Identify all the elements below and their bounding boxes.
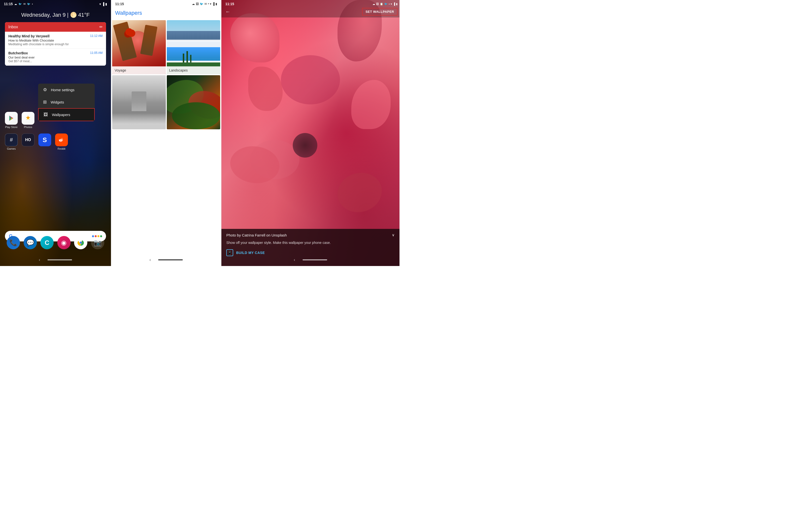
time-display: 11:15: [4, 2, 13, 6]
sender-1: Healthy Mind by Verywell: [8, 34, 50, 38]
spiral-icon: ◉: [61, 239, 67, 247]
play-store-icon: [5, 112, 18, 125]
subject-1: How to Meditate With Chocolate: [8, 39, 103, 42]
shazam-icon: S: [38, 133, 51, 146]
panel-wallpaper-detail: 11:15 ☁ 🖼 📋 🐦 • ▾ ▐ ▮ ← SET WALLPAPER: [221, 0, 400, 266]
home-indicator: [48, 259, 72, 260]
gmail-widget[interactable]: Inbox ✏ Healthy Mind by Verywell 11:12 A…: [5, 22, 106, 65]
time-panel2: 11:15: [115, 2, 124, 6]
dock-chrome[interactable]: [74, 236, 87, 249]
menu-item-wallpapers[interactable]: 🖼 Wallpapers: [38, 108, 95, 121]
preview-1: Meditating with chocolate is simple enou…: [8, 42, 103, 46]
wifi-icon: ▾: [99, 2, 101, 6]
dot-icon-p2: •: [208, 2, 209, 6]
reddit-label: Reddit: [58, 147, 66, 150]
menu-item-widgets[interactable]: ⊞ Widgets: [38, 96, 95, 108]
app-games[interactable]: # Games: [5, 133, 18, 150]
cloud-icon-p3: ☁: [372, 2, 375, 6]
status-bar-left: 11:15 ☁ 🐦 ✉ 🐦 •: [4, 2, 33, 6]
edit-icon: ✏: [99, 24, 103, 29]
battery-icon-p3: ▮: [396, 2, 397, 6]
status-bar-panel2: 11:15 ☁ 🖼 🐦 ✉ • ▾ ▐ ▮: [111, 0, 221, 7]
phone-icon: 📞: [10, 239, 17, 247]
wallpaper-sketch[interactable]: [112, 75, 166, 129]
svg-point-7: [80, 242, 82, 244]
wallpaper-detail-header: 11:15 ☁ 🖼 📋 🐦 • ▾ ▐ ▮ ← SET WALLPAPER: [221, 0, 400, 17]
bottom-dock: 📞 💬 C ◉ 📷: [0, 234, 111, 251]
wallpaper-description: Show off your wallpaper style. Make this…: [226, 240, 395, 245]
twitter-icon-p3: 🐦: [384, 2, 388, 6]
email-item-1[interactable]: Healthy Mind by Verywell 11:12 AM How to…: [5, 32, 106, 49]
app-photos[interactable]: Photos: [22, 112, 34, 129]
twitter-icon-1: 🐦: [18, 2, 22, 6]
reddit-icon: [55, 133, 68, 146]
mail-icon-p2: ✉: [204, 2, 207, 6]
ho-icon: HO: [22, 133, 34, 146]
sender-2: ButcherBox: [8, 51, 28, 55]
image-icon-p3: 🖼: [376, 2, 379, 5]
back-nav-p3[interactable]: ‹: [294, 258, 295, 262]
wifi-icon-p3: ▾: [391, 2, 392, 6]
back-nav-icon[interactable]: ‹: [39, 258, 40, 262]
nav-bar-panel3: ‹: [221, 254, 400, 266]
photos-label: Photos: [24, 126, 32, 129]
wallpapers-page-title: Wallpapers: [111, 7, 221, 20]
inbox-label: Inbox: [8, 25, 18, 29]
dock-phone[interactable]: 📞: [7, 236, 20, 249]
wifi-icon-p2: ▾: [210, 2, 211, 6]
dock-clockwork[interactable]: C: [40, 236, 54, 249]
app-play-store[interactable]: Play Store: [5, 112, 18, 129]
menu-item-home-settings[interactable]: ⚙ Home settings: [38, 83, 95, 96]
wallpaper-landscapes[interactable]: Landscapes: [167, 20, 220, 74]
home-indicator-p3: [302, 259, 327, 260]
wallpaper-icon: 🖼: [43, 112, 48, 117]
app-shazam[interactable]: S: [38, 133, 51, 150]
status-bar-panel3: 11:15 ☁ 🖼 📋 🐦 • ▾ ▐ ▮: [225, 2, 397, 6]
date-widget: Wednesday, Jan 9 | 🌕 41°F: [0, 7, 111, 22]
dock-spiral[interactable]: ◉: [57, 236, 71, 249]
battery-icon-p2: ▮: [216, 2, 217, 6]
preview-2: Get $57 of meat...: [8, 59, 103, 63]
twitter-icon-p2: 🐦: [200, 2, 203, 6]
image-icon-p2: 🖼: [196, 2, 199, 6]
widgets-icon: ⊞: [43, 99, 47, 105]
cloud-icon: ☁: [14, 2, 17, 6]
dock-messages[interactable]: 💬: [24, 236, 37, 249]
back-nav-p2[interactable]: ‹: [150, 258, 151, 262]
widgets-label: Widgets: [51, 100, 64, 104]
set-wallpaper-button[interactable]: SET WALLPAPER: [362, 8, 397, 16]
home-settings-label: Home settings: [51, 88, 75, 92]
games-icon: #: [5, 133, 18, 146]
play-store-label: Play Store: [5, 126, 18, 129]
camera-icon: 📷: [94, 239, 101, 247]
dock-camera[interactable]: 📷: [91, 236, 104, 249]
app-ho[interactable]: HO: [22, 133, 34, 150]
voyage-label: Voyage: [112, 66, 166, 74]
games-label: Games: [7, 147, 16, 150]
settings-icon: ⚙: [43, 87, 47, 92]
email-item-2[interactable]: ButcherBox 11:05 AM Our best deal ever G…: [5, 49, 106, 65]
twitter-icon-2: 🐦: [27, 2, 31, 6]
wallpaper-grid: Voyage Landscapes: [111, 20, 221, 129]
nav-bar-panel1: ‹: [0, 254, 111, 266]
chrome-icon: [77, 240, 84, 246]
app-row-2: # Games HO S Reddit: [0, 133, 111, 151]
status-bar-right: ▾ ▐ ▮: [99, 2, 107, 6]
wallpaper-tropical[interactable]: [167, 75, 220, 129]
context-menu[interactable]: ⚙ Home settings ⊞ Widgets 🖼 Wallpapers: [38, 83, 95, 121]
status-icons-panel2: ☁ 🖼 🐦 ✉ • ▾ ▐ ▮: [192, 2, 217, 6]
expand-icon[interactable]: ∨: [392, 233, 395, 237]
signal-icon: ▐: [102, 2, 104, 6]
photo-credit-text: Photo by Catrina Farrell on Unsplash: [226, 233, 287, 237]
clockwork-icon: C: [45, 239, 50, 247]
nav-bar-panel2: ‹: [111, 254, 221, 266]
app-reddit[interactable]: Reddit: [55, 133, 68, 150]
flower-center: [293, 133, 317, 157]
back-button-p3[interactable]: ←: [225, 9, 230, 15]
panel-wallpapers: 11:15 ☁ 🖼 🐦 ✉ • ▾ ▐ ▮ Wallpapers Voyage: [111, 0, 221, 266]
gmail-header: Inbox ✏: [5, 22, 106, 32]
time-panel3: 11:15: [225, 2, 234, 6]
wallpaper-voyage[interactable]: Voyage: [112, 20, 166, 74]
photos-icon: [22, 112, 34, 125]
mail-icon: ✉: [23, 2, 25, 6]
